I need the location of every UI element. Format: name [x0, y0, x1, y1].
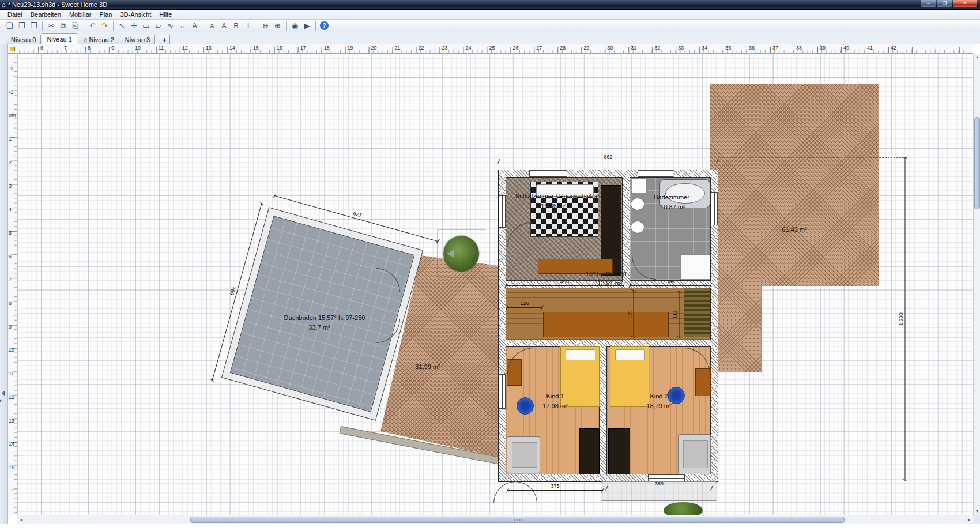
toilet[interactable]	[632, 178, 647, 193]
plan-label-61-43-m[interactable]: 61,43 m²	[782, 226, 806, 233]
create-video-icon[interactable]: ▶	[301, 20, 313, 31]
add-level-button[interactable]: +	[159, 35, 170, 44]
undo-icon[interactable]: ↶	[86, 20, 99, 31]
chair-kind1[interactable]	[517, 397, 534, 415]
sofa-kind1[interactable]	[507, 436, 540, 473]
menu-datei[interactable]: Datei	[3, 10, 27, 18]
plan-label-schlafzimmer-hauswirtschaft[interactable]: Schlafzimmer / Hauswirtschaft	[515, 193, 601, 199]
dimension-126[interactable]: 126	[507, 307, 542, 308]
tab-niveau-3[interactable]: Niveau 3	[120, 35, 155, 44]
maximize-button[interactable]: ❐	[937, 0, 952, 8]
window[interactable]	[499, 195, 506, 228]
decrease-text-size-icon[interactable]: a	[206, 20, 218, 31]
double-bed[interactable]	[530, 182, 598, 237]
cut-icon[interactable]: ✂	[45, 20, 57, 31]
dimension-1-200[interactable]: 1.200	[905, 158, 906, 481]
door-terrace-right[interactable]	[515, 481, 537, 503]
menu-plan[interactable]: Plan	[95, 10, 116, 18]
dimension-389[interactable]: 389	[606, 488, 712, 488]
plan-label-15-h-230-461[interactable]: 15° h: 230-461	[586, 270, 627, 277]
wardrobe-kind1[interactable]	[579, 428, 600, 474]
plan-label-10-87-m[interactable]: 10,87 m²	[660, 204, 685, 210]
dimension-375[interactable]: 375	[507, 490, 603, 491]
sofa-kind2[interactable]	[678, 434, 711, 474]
menu-hilfe[interactable]: Hilfe	[155, 10, 176, 18]
increase-text-size-icon[interactable]: A	[218, 20, 230, 31]
scroll-up-icon[interactable]: ▲	[974, 54, 980, 61]
vertical-scroll-thumb[interactable]	[974, 117, 980, 209]
create-walls-icon[interactable]: ▭	[140, 20, 152, 31]
create-rooms-icon[interactable]: ▱	[152, 20, 164, 31]
add-text-icon[interactable]: A	[189, 20, 201, 31]
zoom-in-icon[interactable]: ⊕	[272, 20, 284, 31]
menu-mobiliar[interactable]: Mobiliar	[65, 10, 96, 18]
tab-niveau-0[interactable]: Niveau 0	[6, 35, 41, 44]
plan-label-kind-1[interactable]: Kind 1	[546, 393, 564, 400]
bold-text-icon[interactable]: B	[230, 20, 242, 31]
window[interactable]	[529, 170, 567, 177]
create-polylines-icon[interactable]: ∿	[164, 20, 176, 31]
hall-wardrobe[interactable]	[684, 288, 711, 337]
hall-table[interactable]	[543, 312, 669, 337]
plan-label-33-7-m[interactable]: 33,7 m²	[308, 324, 330, 331]
zoom-out-icon[interactable]: ⊖	[259, 20, 272, 31]
new-plan-icon[interactable]: ❏	[3, 20, 16, 31]
washbasin-1[interactable]	[631, 198, 644, 210]
plan-label-dachboden-15-57-h-97-250[interactable]: Dachboden 15,57° h: 97-250	[284, 314, 365, 321]
vertical-scrollbar[interactable]: ▲ ▼	[973, 54, 980, 515]
create-dimensions-icon[interactable]: ↔	[176, 20, 189, 31]
scroll-right-icon[interactable]: ►	[965, 515, 973, 524]
window[interactable]	[638, 170, 673, 177]
menu-bearbeiten[interactable]: Bearbeiten	[27, 10, 65, 18]
plan-label-17-98-m[interactable]: 17,98 m²	[542, 402, 567, 409]
italic-text-icon[interactable]: I	[242, 20, 254, 31]
plan-label-badezimmer[interactable]: Badezimmer	[654, 194, 689, 201]
horizontal-scroll-thumb[interactable]	[190, 517, 845, 523]
paste-icon[interactable]: ⎗	[69, 20, 81, 31]
tree[interactable]	[443, 236, 479, 272]
minimize-button[interactable]: –	[921, 0, 936, 8]
open-plan-icon[interactable]: ❐	[16, 20, 28, 31]
wardrobe-kind2[interactable]	[608, 428, 630, 474]
plan-label-13-91-m[interactable]: 13,91 m²	[597, 280, 622, 287]
dimension-309[interactable]: 309	[630, 285, 711, 286]
tab-niveau-1[interactable]: Niveau 1	[42, 33, 77, 44]
help-icon[interactable]: ?	[320, 21, 329, 30]
bush[interactable]	[664, 502, 703, 515]
copy-icon[interactable]: ⧉	[57, 20, 69, 31]
scroll-down-icon[interactable]: ▼	[974, 508, 980, 515]
create-photo-icon[interactable]: ◉	[289, 20, 301, 31]
plan-label-18-79-m[interactable]: 18,79 m²	[646, 402, 671, 409]
bed-kind2[interactable]	[610, 346, 649, 407]
pan-tool-icon[interactable]: ✛	[128, 20, 140, 31]
washbasin-2[interactable]	[631, 221, 644, 234]
ruler-label: 21	[395, 45, 401, 51]
title-bar[interactable]: ⌂ * Neu29-13.sh3d - Sweet Home 3D – ❐ ✕	[0, 0, 980, 10]
tab-niveau-2[interactable]: ⊘Niveau 2	[78, 35, 119, 44]
redo-icon[interactable]: ↷	[99, 20, 111, 31]
ruler-label: 23	[442, 45, 447, 51]
scroll-left-icon[interactable]: ◄	[17, 515, 25, 524]
plan-label-kind-2[interactable]: Kind 2	[650, 393, 668, 400]
window[interactable]	[648, 474, 685, 481]
door-terrace-left[interactable]	[493, 481, 515, 503]
plan-label-15-86-m[interactable]: 15,86 m²	[541, 202, 566, 209]
plan-canvas[interactable]: 8626276924553091261211123753891.200Schla…	[17, 54, 973, 515]
dimension-112[interactable]: 112	[679, 292, 680, 338]
dimension-862[interactable]: 862	[499, 161, 718, 161]
dimension-121[interactable]: 121	[634, 291, 634, 338]
bed-kind1[interactable]	[560, 346, 600, 407]
chair-kind2[interactable]	[668, 387, 685, 404]
window[interactable]	[499, 374, 506, 409]
horizontal-scrollbar[interactable]: ◄ ►	[17, 515, 973, 524]
splitter-arrows-icon[interactable]	[2, 390, 5, 396]
menu-3d-ansicht[interactable]: 3D-Ansicht	[116, 10, 155, 18]
plan-label-31-99-m[interactable]: 31,99 m²	[415, 363, 440, 370]
close-button[interactable]: ✕	[953, 0, 977, 8]
select-tool-icon[interactable]: ↖	[116, 20, 128, 31]
save-plan-icon[interactable]: ❒	[28, 20, 40, 31]
window[interactable]	[711, 192, 718, 225]
shower[interactable]	[680, 254, 710, 280]
ruler-label: 7	[9, 277, 12, 283]
catalog-panel-splitter[interactable]	[0, 44, 8, 524]
